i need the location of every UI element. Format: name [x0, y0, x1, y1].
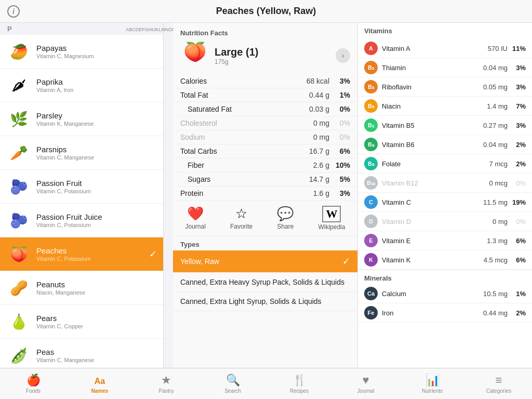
info-icon[interactable]: i	[7, 5, 20, 18]
food-info-pears: Pears Vitamin C, Copper	[36, 314, 157, 329]
food-selected-check: ✓	[149, 248, 157, 260]
alpha-g[interactable]: G	[145, 27, 149, 32]
nutrient-row-fiber: Fiber 2.6 g 10%	[173, 158, 357, 172]
food-name-peaches: Peaches	[36, 246, 146, 255]
food-sub-peanuts: Niacin, Manganese	[36, 289, 157, 296]
journal-label: Journal	[185, 223, 206, 230]
food-sub-peas: Vitamin C, Manganese	[36, 357, 157, 363]
mineral-name-iron: Iron	[382, 309, 474, 317]
food-item-papayas[interactable]: 🥭 Papayas Vitamin C, Magnesium	[0, 35, 163, 69]
food-info-peaches: Peaches Vitamin C, Potassium	[36, 246, 146, 262]
nav-item-search[interactable]: 🔍 Search	[200, 371, 266, 396]
vitamin-pct-vit-c: 19%	[508, 198, 526, 206]
nutrient-row-calories: Calories 68 kcal 3%	[173, 74, 357, 88]
vitamin-row-vit-b6: B₆ Vitamin B6 0.04 mg 2%	[358, 135, 532, 154]
serving-label: Large (1)	[215, 46, 258, 58]
nutrient-name: Fiber	[188, 161, 293, 169]
type-label-yellow-raw: Yellow, Raw	[180, 257, 219, 265]
nav-item-categories[interactable]: ≡ Categories	[466, 371, 532, 396]
type-item-canned-heavy[interactable]: Canned, Extra Heavy Syrup Pack, Solids &…	[173, 273, 357, 292]
mineral-pct-calcium: 1%	[508, 290, 526, 298]
vitamin-name-riboflavin: Riboflavin	[382, 83, 474, 91]
journal-button[interactable]: ❤️ Journal	[185, 206, 206, 231]
food-item-parsnips[interactable]: 🥕 Parsnips Vitamin C, Manganese	[0, 136, 163, 170]
nutrient-pct: 0%	[329, 105, 350, 113]
vitamin-row-vit-c: C Vitamin C 11.5 mg 19%	[358, 193, 532, 212]
food-item-peas[interactable]: 🫛 Peas Vitamin C, Manganese	[0, 339, 163, 368]
nutrient-pct: 0%	[329, 133, 350, 141]
vitamin-row-vit-a: A Vitamin A 570 IU 11%	[358, 39, 532, 58]
nav-items: 🍎 Foods Aa Names ★ Pantry 🔍 Search 🍴 Rec…	[0, 371, 532, 396]
type-item-yellow-raw[interactable]: Yellow, Raw ✓	[173, 250, 357, 273]
food-item-passion-fruit[interactable]: 🫐 Passion Fruit Vitamin C, Potassium	[0, 170, 163, 204]
share-button[interactable]: 💬 Share	[277, 206, 294, 231]
serving-info: Large (1) 175g	[215, 46, 258, 65]
vitamin-val-vit-b12: 0 mcg	[474, 179, 508, 187]
nutrient-row-total-fat: Total Fat 0.44 g 1%	[173, 88, 357, 102]
food-item-parsley[interactable]: 🌿 Parsley Vitamin K, Manganese	[0, 102, 163, 136]
nutrient-pct: 3%	[329, 77, 350, 85]
nav-icon-foods: 🍎	[26, 374, 41, 387]
mineral-row-iron: Fe Iron 0.44 mg 2%	[358, 303, 532, 323]
food-name-paprika: Paprika	[36, 77, 157, 86]
nutrient-pct: 3%	[329, 189, 350, 197]
vitamin-val-vit-e: 1.3 mg	[474, 237, 508, 245]
food-info-parsley: Parsley Vitamin K, Manganese	[36, 111, 157, 127]
nutrient-val: 1.6 g	[293, 189, 329, 197]
nutrition-facts-label: Nutrition Facts	[180, 29, 350, 37]
favorite-button[interactable]: ☆ Favorite	[230, 206, 252, 231]
food-info-paprika: Paprika Vitamin A, Iron	[36, 77, 157, 93]
food-item-paprika[interactable]: 🌶 Paprika Vitamin A, Iron	[0, 69, 163, 102]
nav-item-journal[interactable]: ♥ Journal	[332, 371, 399, 396]
type-check: ✓	[342, 256, 350, 267]
vitamin-row-vit-k: K Vitamin K 4.5 mcg 6%	[358, 250, 532, 270]
vitamin-row-niacin: B₃ Niacin 1.4 mg 7%	[358, 97, 532, 116]
nav-item-names[interactable]: Aa Names	[66, 371, 133, 396]
nutrient-pct: 1%	[329, 91, 350, 99]
nav-item-foods[interactable]: 🍎 Foods	[0, 371, 66, 396]
vitamin-badge-vit-c: C	[364, 195, 378, 209]
action-row: ❤️ Journal ☆ Favorite 💬 Share W Wikipedi…	[173, 201, 357, 236]
types-header: Types	[173, 236, 357, 250]
food-name-passion-fruit: Passion Fruit	[36, 179, 157, 188]
wikipedia-icon: W	[322, 206, 341, 222]
vitamin-badge-niacin: B₃	[364, 99, 378, 113]
nav-icon-nutrients: 📊	[425, 374, 440, 387]
vitamin-pct-niacin: 7%	[508, 102, 526, 110]
share-label: Share	[277, 223, 294, 230]
nutrient-row-sugars: Sugars 14.7 g 5%	[173, 172, 357, 187]
nav-icon-pantry: ★	[161, 374, 171, 387]
vitamin-name-thiamin: Thiamin	[382, 64, 474, 72]
nutrient-name: Total Carbs	[180, 147, 293, 155]
mineral-val-iron: 0.44 mg	[474, 309, 508, 317]
wikipedia-button[interactable]: W Wikipedia	[318, 206, 345, 231]
nav-icon-recipes: 🍴	[292, 374, 307, 387]
mineral-badge-calcium: Ca	[364, 287, 378, 300]
vitamin-name-vit-b6: Vitamin B6	[382, 141, 474, 149]
food-info-peas: Peas Vitamin C, Manganese	[36, 348, 157, 363]
vitamin-badge-vit-b6: B₆	[364, 138, 378, 151]
nutrient-val: 0 mg	[293, 119, 329, 127]
alpha-m[interactable]: M	[161, 27, 165, 32]
food-item-pears[interactable]: 🍐 Pears Vitamin C, Copper	[0, 305, 163, 339]
nutrient-val: 2.6 g	[293, 161, 329, 169]
food-sub-parsnips: Vitamin C, Manganese	[36, 154, 157, 161]
food-list: P 🥭 Papayas Vitamin C, Magnesium 🌶 Papri…	[0, 23, 164, 368]
nav-label-foods: Foods	[26, 388, 41, 394]
favorite-label: Favorite	[230, 223, 252, 230]
nutrient-name: Saturated Fat	[188, 105, 293, 113]
vitamin-val-thiamin: 0.04 mg	[474, 64, 508, 72]
food-item-peaches[interactable]: 🍑 Peaches Vitamin C, Potassium ✓	[0, 237, 163, 271]
food-item-passion-fruit-juice[interactable]: 🫐 Passion Fruit Juice Vitamin C, Potassi…	[0, 204, 163, 237]
nav-item-nutrients[interactable]: 📊 Nutrients	[399, 371, 466, 396]
serving-weight: 175g	[215, 58, 258, 65]
serving-arrow[interactable]: ›	[336, 48, 350, 63]
food-name-pears: Pears	[36, 314, 157, 323]
nav-item-pantry[interactable]: ★ Pantry	[133, 371, 200, 396]
nav-item-recipes[interactable]: 🍴 Recipes	[266, 371, 332, 396]
type-item-canned-light[interactable]: Canned, Extra Light Syrup, Solids & Liqu…	[173, 292, 357, 311]
vitamins-header: Vitamins	[358, 23, 532, 39]
vitamin-val-vit-d: 0 mg	[474, 218, 508, 225]
nav-label-journal: Journal	[357, 388, 375, 394]
food-item-peanuts[interactable]: 🥜 Peanuts Niacin, Manganese	[0, 271, 163, 305]
